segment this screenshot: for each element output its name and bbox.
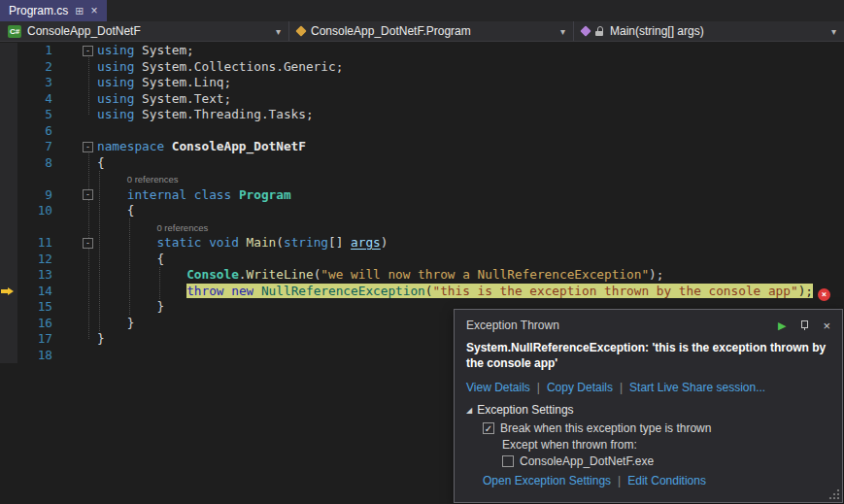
indicator-margin[interactable] bbox=[0, 59, 17, 76]
indicator-margin[interactable] bbox=[0, 316, 17, 332]
vs-window: Program.cs ⊞ × C# ConsoleApp_DotNetF ▾ C… bbox=[0, 0, 844, 504]
fold-toggle-icon[interactable]: - bbox=[83, 189, 93, 200]
line-number bbox=[17, 219, 60, 236]
indicator-margin[interactable] bbox=[0, 331, 17, 348]
project-dropdown[interactable]: C# ConsoleApp_DotNetF ▾ bbox=[0, 21, 289, 41]
code-text: using System; bbox=[97, 43, 844, 59]
line-number: 16 bbox=[17, 316, 60, 332]
member-dropdown-value: Main(string[] args) bbox=[610, 24, 704, 38]
exception-settings-section-header[interactable]: ◢Exception Settings bbox=[466, 403, 830, 417]
line-number: 3 bbox=[17, 75, 60, 91]
edit-conditions-link[interactable]: Edit Conditions bbox=[627, 474, 706, 487]
tab-program-cs[interactable]: Program.cs ⊞ × bbox=[0, 0, 107, 21]
code-row-11: 11- static void Main(string[] args) bbox=[0, 235, 844, 252]
indicator-margin[interactable] bbox=[0, 123, 17, 140]
separator: | bbox=[537, 381, 540, 394]
indicator-margin[interactable] bbox=[0, 91, 17, 108]
indicator-margin[interactable] bbox=[0, 107, 17, 123]
indicator-margin[interactable] bbox=[0, 299, 17, 316]
break-checkbox[interactable]: ✓ bbox=[483, 422, 494, 434]
outline-margin bbox=[60, 75, 97, 91]
indicator-margin[interactable] bbox=[0, 155, 17, 172]
live-share-link[interactable]: Start Live Share session... bbox=[629, 381, 765, 394]
pin-icon[interactable] bbox=[799, 319, 809, 331]
indicator-margin[interactable] bbox=[0, 139, 17, 155]
indicator-margin[interactable] bbox=[0, 43, 17, 59]
code-row-9: 9- internal class Program bbox=[0, 187, 844, 204]
line-number: 5 bbox=[17, 107, 60, 123]
indicator-margin[interactable] bbox=[0, 171, 17, 187]
view-details-link[interactable]: View Details bbox=[466, 381, 530, 394]
method-icon bbox=[580, 25, 591, 36]
code-text: using System.Text; bbox=[97, 91, 844, 108]
code-row-10: 10 { bbox=[0, 203, 844, 219]
code-row-12: 12 { bbox=[0, 252, 844, 268]
outline-margin bbox=[60, 252, 97, 268]
indicator-margin[interactable] bbox=[0, 235, 17, 252]
indicator-margin[interactable] bbox=[0, 75, 17, 91]
code-text: using System.Collections.Generic; bbox=[97, 59, 844, 76]
outline-margin bbox=[60, 203, 97, 219]
code-text: namespace ConsoleApp_DotNetF bbox=[97, 139, 844, 155]
open-exception-settings-link[interactable]: Open Exception Settings bbox=[483, 474, 611, 487]
codelens-references[interactable]: 0 references bbox=[127, 174, 179, 185]
fold-toggle-icon[interactable]: - bbox=[83, 46, 93, 56]
code-text: using System.Threading.Tasks; bbox=[97, 107, 844, 123]
line-number: 8 bbox=[17, 155, 60, 172]
outline-margin: - bbox=[60, 139, 97, 155]
expanded-triangle-icon[interactable]: ◢ bbox=[466, 406, 472, 415]
outline-margin bbox=[60, 299, 97, 316]
fold-toggle-icon[interactable]: - bbox=[83, 238, 93, 249]
pin-tab-icon[interactable]: ⊞ bbox=[75, 6, 84, 17]
exception-settings-label: Exception Settings bbox=[477, 403, 573, 417]
outline-margin bbox=[60, 123, 97, 140]
indicator-margin[interactable] bbox=[0, 348, 17, 364]
outline-margin: - bbox=[60, 43, 97, 59]
codelens-row: 0 references bbox=[97, 171, 844, 187]
module-checkbox[interactable] bbox=[502, 455, 514, 467]
code-text: { bbox=[97, 252, 844, 268]
break-checkbox-label: Break when this exception type is thrown bbox=[500, 421, 711, 435]
chevron-down-icon[interactable]: ▾ bbox=[560, 26, 565, 37]
close-popup-icon[interactable]: × bbox=[823, 319, 830, 332]
popup-title-bar[interactable]: Exception Thrown ▶ × bbox=[466, 319, 830, 332]
indicator-margin[interactable] bbox=[0, 252, 17, 268]
outline-margin bbox=[60, 59, 97, 76]
line-number bbox=[17, 171, 60, 187]
indicator-margin[interactable] bbox=[0, 187, 17, 204]
outline-margin bbox=[60, 171, 97, 187]
type-dropdown-value: ConsoleApp_DotNetF.Program bbox=[311, 24, 471, 38]
line-number: 12 bbox=[17, 252, 60, 268]
line-number: 10 bbox=[17, 203, 60, 219]
code-text: using System.Linq; bbox=[97, 75, 844, 91]
code-row-14: 14 throw new NullReferenceException("thi… bbox=[0, 284, 844, 300]
break-checkbox-row: ✓ Break when this exception type is thro… bbox=[466, 421, 830, 435]
line-number: 11 bbox=[17, 235, 60, 252]
exception-message: System.NullReferenceException: 'this is … bbox=[466, 340, 830, 371]
outline-margin bbox=[60, 348, 97, 364]
continue-execution-icon[interactable]: ▶ bbox=[778, 319, 786, 332]
code-row-13: 13 Console.WriteLine("we will now throw … bbox=[0, 267, 844, 284]
resize-grip[interactable] bbox=[828, 488, 840, 500]
indicator-margin[interactable] bbox=[0, 284, 17, 300]
type-dropdown[interactable]: ConsoleApp_DotNetF.Program ▾ bbox=[289, 21, 574, 41]
fold-toggle-icon[interactable]: - bbox=[83, 142, 93, 152]
indicator-margin[interactable] bbox=[0, 267, 17, 284]
project-dropdown-value: ConsoleApp_DotNetF bbox=[27, 24, 141, 38]
indicator-margin[interactable] bbox=[0, 219, 17, 236]
line-number: 7 bbox=[17, 139, 60, 155]
member-dropdown[interactable]: Main(string[] args) ▾ bbox=[574, 21, 844, 41]
indicator-margin[interactable] bbox=[0, 203, 17, 219]
code-row-8: 8{ bbox=[0, 155, 844, 172]
module-checkbox-row: ConsoleApp_DotNetF.exe bbox=[466, 454, 830, 468]
chevron-down-icon[interactable]: ▾ bbox=[831, 26, 836, 37]
chevron-down-icon[interactable]: ▾ bbox=[276, 26, 281, 37]
outline-margin bbox=[60, 155, 97, 172]
module-checkbox-label: ConsoleApp_DotNetF.exe bbox=[520, 454, 654, 468]
separator: | bbox=[620, 381, 623, 394]
copy-details-link[interactable]: Copy Details bbox=[547, 381, 613, 394]
close-tab-icon[interactable]: × bbox=[91, 5, 98, 17]
codelens-references[interactable]: 0 references bbox=[156, 222, 208, 233]
code-row-2: 2using System.Collections.Generic; bbox=[0, 59, 844, 76]
code-row-lens-8: 0 references bbox=[0, 171, 844, 187]
